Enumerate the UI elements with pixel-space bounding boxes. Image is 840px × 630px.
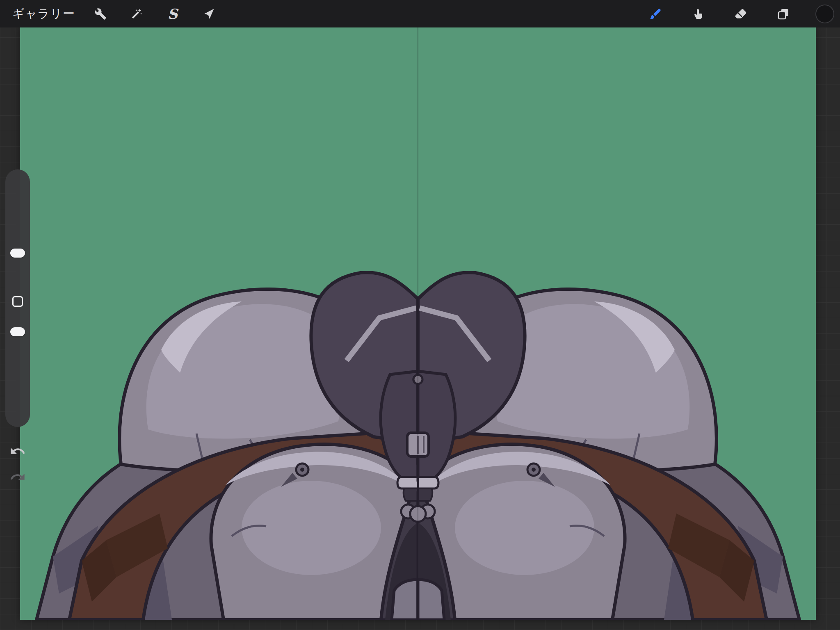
drawing-canvas[interactable]: [20, 27, 816, 620]
wrench-icon: [94, 8, 107, 20]
paint-tool-button[interactable]: [645, 3, 666, 25]
modify-button[interactable]: [12, 296, 23, 307]
magic-wand-icon: [130, 8, 143, 20]
smudge-tool-button[interactable]: [687, 3, 709, 25]
arrow-cursor-icon: [203, 8, 215, 20]
redo-button[interactable]: [5, 466, 30, 489]
left-tool-group: S: [90, 3, 219, 25]
opacity-slider[interactable]: [10, 327, 25, 336]
s-curve-icon: S: [167, 7, 178, 21]
app-screen: ギャラリー: [0, 0, 840, 630]
erase-tool-button[interactable]: [730, 3, 751, 25]
gallery-button[interactable]: ギャラリー: [12, 6, 75, 22]
brush-sidebar: [5, 169, 30, 427]
layers-button[interactable]: [773, 3, 794, 25]
brush-size-slider[interactable]: [10, 249, 25, 258]
finger-icon: [692, 7, 705, 21]
actions-button[interactable]: [90, 3, 111, 25]
selection-button[interactable]: S: [162, 3, 183, 25]
transform-button[interactable]: [198, 3, 219, 25]
redo-icon: [9, 469, 26, 486]
eraser-icon: [734, 7, 747, 21]
artwork-svg: [20, 27, 816, 620]
top-toolbar: ギャラリー: [0, 0, 840, 27]
undo-button[interactable]: [5, 440, 30, 463]
color-swatch-circle[interactable]: [815, 5, 834, 23]
layers-icon: [777, 7, 790, 21]
brush-icon: [649, 7, 662, 21]
undo-icon: [9, 443, 26, 461]
right-tool-group: [645, 3, 834, 25]
adjustments-button[interactable]: [126, 3, 147, 25]
